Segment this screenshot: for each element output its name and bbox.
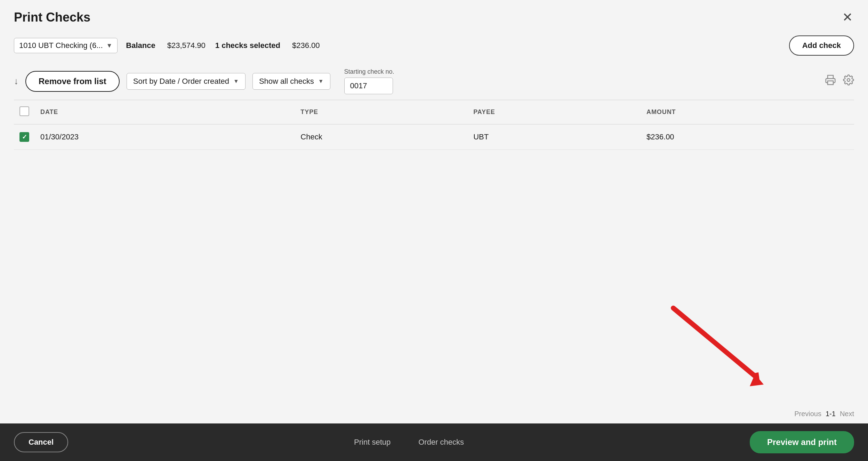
row-type: Check — [295, 124, 468, 150]
filter-chevron-icon: ▼ — [318, 78, 324, 84]
account-bar: 1010 UBT Checking (6... ▼ Balance $23,57… — [0, 32, 868, 63]
modal-header: Print Checks ✕ — [0, 0, 868, 32]
filter-label: Show all checks — [259, 77, 314, 86]
preview-and-print-button[interactable]: Preview and print — [750, 431, 854, 453]
sort-dropdown[interactable]: Sort by Date / Order created ▼ — [127, 73, 246, 90]
add-check-button[interactable]: Add check — [789, 35, 854, 56]
footer-center-links: Print setup Order checks — [354, 438, 464, 447]
cancel-button[interactable]: Cancel — [14, 432, 68, 452]
table-row[interactable]: 01/30/2023CheckUBT$236.00 — [14, 124, 854, 150]
col-type: TYPE — [295, 100, 468, 124]
row-date: 01/30/2023 — [35, 124, 295, 150]
balance-value: $23,574.90 — [167, 41, 206, 50]
starting-check-input[interactable] — [344, 78, 393, 94]
checks-selected-label: 1 checks selected — [215, 41, 280, 50]
sort-icon: ↓ — [14, 76, 18, 87]
toolbar: ↓ Remove from list Sort by Date / Order … — [0, 63, 868, 100]
row-checkbox-cell[interactable] — [14, 124, 35, 150]
select-all-checkbox[interactable] — [19, 106, 29, 116]
table-header-row: DATE TYPE PAYEE AMOUNT — [14, 100, 854, 124]
row-amount: $236.00 — [641, 124, 854, 150]
checks-selected-amount: $236.00 — [292, 41, 320, 50]
col-amount: AMOUNT — [641, 100, 854, 124]
print-setup-button[interactable]: Print setup — [354, 438, 391, 447]
modal-footer: Cancel Print setup Order checks Preview … — [0, 423, 868, 461]
remove-from-list-button[interactable]: Remove from list — [25, 71, 120, 92]
starting-check-label: Starting check no. — [344, 68, 394, 75]
pagination-range: 1-1 — [826, 410, 836, 418]
filter-dropdown[interactable]: Show all checks ▼ — [252, 73, 330, 90]
select-all-cell[interactable] — [14, 100, 35, 124]
order-checks-button[interactable]: Order checks — [418, 438, 464, 447]
close-button[interactable]: ✕ — [841, 10, 854, 25]
row-checkbox[interactable] — [19, 132, 29, 142]
account-chevron-icon: ▼ — [106, 42, 113, 49]
page-title: Print Checks — [14, 10, 90, 25]
print-icon[interactable] — [825, 74, 836, 88]
sort-chevron-icon: ▼ — [233, 78, 239, 84]
pagination-next[interactable]: Next — [840, 410, 854, 418]
account-select[interactable]: 1010 UBT Checking (6... ▼ — [14, 38, 118, 53]
table-container: DATE TYPE PAYEE AMOUNT 01/30/2023CheckUB… — [0, 100, 868, 404]
table-body: 01/30/2023CheckUBT$236.00 — [14, 124, 854, 150]
row-payee: UBT — [468, 124, 641, 150]
pagination-previous[interactable]: Previous — [794, 410, 821, 418]
balance-label: Balance — [126, 41, 155, 50]
modal-print-checks: Print Checks ✕ 1010 UBT Checking (6... ▼… — [0, 0, 868, 461]
col-payee: PAYEE — [468, 100, 641, 124]
starting-check-section: Starting check no. — [344, 68, 394, 94]
svg-rect-0 — [828, 81, 833, 85]
settings-icon[interactable] — [843, 74, 854, 88]
toolbar-icons — [825, 74, 854, 88]
svg-point-1 — [847, 79, 850, 81]
account-label: 1010 UBT Checking (6... — [19, 41, 103, 50]
balance-info: Balance $23,574.90 1 checks selected $23… — [126, 41, 320, 50]
sort-label: Sort by Date / Order created — [133, 77, 229, 86]
pagination: Previous 1-1 Next — [0, 404, 868, 423]
checks-table: DATE TYPE PAYEE AMOUNT 01/30/2023CheckUB… — [14, 100, 854, 150]
col-date: DATE — [35, 100, 295, 124]
